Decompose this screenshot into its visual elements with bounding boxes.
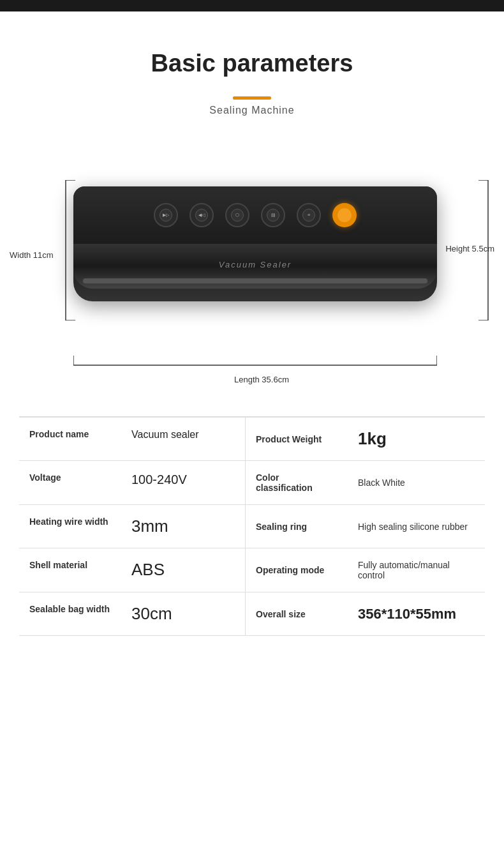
right-section: Color classification Black White: [246, 461, 485, 504]
left-section: Product name Vacuum sealer: [19, 418, 246, 460]
sealer-bottom: Vacuum Sealer: [73, 244, 437, 289]
sealer-top-panel: ▶▷ ◀◁ ⬡ ▤ ≡: [73, 186, 437, 244]
left-section: Voltage 100-240V: [19, 461, 246, 504]
power-button-inner: [337, 208, 352, 222]
power-button: [332, 203, 357, 227]
control-button-1: ▶▷: [154, 203, 178, 227]
param-value-left: ABS: [121, 548, 223, 592]
param-value-left: 3mm: [121, 505, 223, 548]
param-label-left: Product name: [19, 418, 121, 460]
params-table: Product name Vacuum sealer Product Weigh…: [19, 416, 485, 636]
param-label-right: Sealing ring: [246, 505, 348, 548]
left-section: Shell material ABS: [19, 548, 246, 592]
right-section: Overall size 356*110*55mm: [246, 592, 485, 635]
sealer-label: Vacuum Sealer: [219, 260, 292, 269]
param-value-right: 1kg: [348, 418, 485, 460]
dimension-length: Length 35.6cm: [234, 375, 289, 384]
left-section: Sealable bag width 30cm: [19, 592, 246, 635]
param-value-right: High sealing silicone rubber: [348, 505, 485, 548]
param-value-right: Fully automatic/manual control: [348, 548, 485, 592]
control-button-3: ⬡: [225, 203, 249, 227]
table-row: Voltage 100-240V Color classification Bl…: [19, 461, 485, 505]
param-value-right: Black White: [348, 461, 485, 504]
table-row: Sealable bag width 30cm Overall size 356…: [19, 592, 485, 636]
param-label-left: Sealable bag width: [19, 592, 121, 635]
param-value-left: Vacuum sealer: [121, 418, 223, 460]
right-section: Operating mode Fully automatic/manual co…: [246, 548, 485, 592]
subtitle-decoration: [233, 96, 271, 100]
subtitle-text: Sealing Machine: [209, 105, 294, 116]
sealer-illustration: ▶▷ ◀◁ ⬡ ▤ ≡: [73, 161, 437, 340]
dimension-width: Width 11cm: [10, 250, 54, 260]
table-row: Shell material ABS Operating mode Fully …: [19, 548, 485, 592]
param-value-left: 30cm: [121, 592, 223, 635]
sealer-body: ▶▷ ◀◁ ⬡ ▤ ≡: [73, 186, 437, 301]
table-row: Product name Vacuum sealer Product Weigh…: [19, 418, 485, 461]
param-label-right: Overall size: [246, 592, 348, 635]
right-section: Product Weight 1kg: [246, 418, 485, 460]
product-diagram: Width 11cm Height 5.5cm Length 35.6cm: [10, 142, 494, 384]
bracket-right-svg: [477, 180, 494, 320]
top-bar: [0, 0, 504, 11]
page-title: Basic parameters: [151, 50, 353, 77]
control-button-2: ◀◁: [189, 203, 214, 227]
table-row: Heating wire width 3mm Sealing ring High…: [19, 505, 485, 548]
param-value-left: 100-240V: [121, 461, 223, 504]
left-section: Heating wire width 3mm: [19, 505, 246, 548]
bracket-bottom-svg: [73, 354, 437, 372]
param-label-right: Product Weight: [246, 418, 348, 460]
control-button-5: ≡: [297, 203, 321, 227]
subtitle-container: Sealing Machine: [209, 96, 294, 116]
param-label-left: Voltage: [19, 461, 121, 504]
control-button-4: ▤: [261, 203, 285, 227]
param-value-right: 356*110*55mm: [348, 592, 485, 635]
right-section: Sealing ring High sealing silicone rubbe…: [246, 505, 485, 548]
param-label-left: Heating wire width: [19, 505, 121, 548]
param-label-right: Color classification: [246, 461, 348, 504]
main-content: Basic parameters Sealing Machine Width 1…: [0, 11, 504, 661]
param-label-left: Shell material: [19, 548, 121, 592]
param-label-right: Operating mode: [246, 548, 348, 592]
